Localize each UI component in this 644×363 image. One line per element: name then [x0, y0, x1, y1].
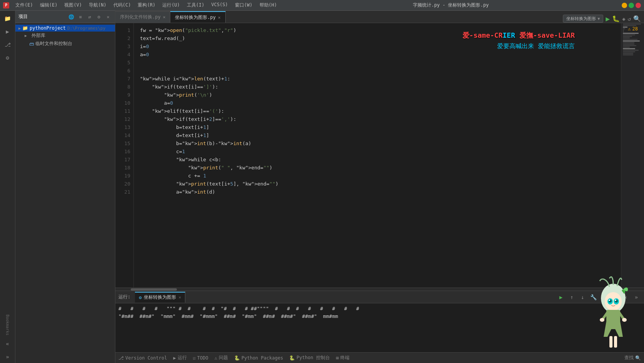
menu-code[interactable]: 代码(C) [110, 1, 134, 9]
app-icon: P [3, 2, 9, 8]
status-search[interactable]: 查找 🔍 [624, 355, 641, 361]
menu-help[interactable]: 帮助(H) [256, 1, 280, 9]
menu-refactor[interactable]: 重构(R) [135, 1, 158, 9]
sidebar-icon-git[interactable]: ⎇ [2, 38, 14, 51]
code-line: "kw">print(text[i+5], "kw">end="") [140, 180, 618, 188]
code-line: a="kw">int(d) [140, 188, 618, 196]
run-rerun-button[interactable]: 🔧 [589, 293, 598, 302]
menu-run[interactable]: 运行(U) [159, 1, 183, 9]
line-number: 14 [115, 131, 130, 139]
status-version-control[interactable]: ⎇ Version Control [118, 355, 167, 361]
run-status-icon: ▶ [173, 355, 176, 361]
line-number: 18 [115, 164, 130, 172]
run-config-dropdown[interactable]: 坐标转换为图形 ▼ [563, 15, 603, 23]
line-number: 2 [115, 34, 130, 42]
status-terminal[interactable]: ⊞ 终端 [336, 355, 349, 361]
todo-icon: ☑ [193, 355, 196, 361]
project-icon-close[interactable]: ✕ [104, 13, 112, 21]
sidebar-icon-expand-bottom[interactable]: « [2, 338, 14, 350]
code-line: a=0 [140, 99, 618, 107]
project-icon-menu[interactable]: ≡ [77, 13, 84, 21]
window-controls[interactable] [622, 3, 641, 8]
code-line: d=text[i+1] [140, 131, 618, 139]
profile-button[interactable]: ↺ [628, 16, 631, 22]
code-line: c=1 [140, 147, 618, 156]
run-button[interactable]: ▶ [606, 15, 610, 23]
run-tab-main[interactable]: ⚙ 坐标转换为图形 ✕ [135, 292, 185, 303]
tab-close-coordinates[interactable]: ✕ [218, 15, 221, 20]
line-number: 7 [115, 75, 130, 83]
run-tab-label: 坐标转换为图形 [144, 294, 176, 301]
status-problems[interactable]: ⚠ 问题 [215, 355, 228, 361]
maximize-button[interactable] [629, 3, 634, 8]
tree-item-label-libs: 外部库 [32, 32, 45, 39]
menu-tools[interactable]: 工具(I) [184, 1, 208, 9]
run-stop-down[interactable]: ↓ [578, 293, 587, 302]
minimize-button[interactable] [622, 3, 627, 8]
tab-close-serialize[interactable]: ✕ [163, 15, 166, 20]
run-arrows-left[interactable]: « [621, 293, 630, 302]
terminal-label: 终端 [340, 355, 349, 361]
code-content[interactable]: fw = "kw">open("pickle.txt","r") text=fw… [134, 23, 621, 288]
close-button[interactable] [636, 3, 641, 8]
debug-button[interactable]: 🐛 [612, 15, 620, 22]
menu-file[interactable]: 文件(E) [12, 1, 36, 9]
project-icon-settings[interactable]: ⚙ [95, 13, 103, 21]
line-number: 4 [115, 50, 130, 59]
run-config-arrow: ▼ [597, 17, 600, 21]
code-line: "kw">while i<"kw">len(text)+1: [140, 75, 618, 83]
run-scroll-down[interactable]: ↓ [599, 293, 609, 302]
sidebar-icon-run[interactable]: ▶ [2, 25, 14, 38]
run-tab-close[interactable]: ✕ [178, 295, 181, 300]
editor-main: 123456789101112131415161718192021 fw = "… [115, 23, 644, 288]
menu-window[interactable]: 窗口(W) [232, 1, 256, 9]
tree-item-project-root[interactable]: ▶ 📁 pythonProject D:\Programes\py [15, 25, 115, 32]
menu-view[interactable]: 视图(V) [61, 1, 85, 9]
run-panel: 运行: ⚙ 坐标转换为图形 ✕ ▶ ↑ ↓ 🔧 ↓ ■ « » [115, 291, 644, 352]
run-play-button[interactable]: ▶ [556, 293, 566, 302]
tab-label-coordinates: 坐标转换为图形.py [175, 14, 216, 21]
line-number: 20 [115, 180, 130, 188]
python-packages-icon: 🐍 [234, 355, 240, 361]
tree-item-temp-files[interactable]: 🗃 临时文件和控制台 [15, 40, 115, 48]
line-number: 15 [115, 139, 130, 147]
warning-count: 28 [632, 26, 638, 32]
minimap [621, 23, 644, 288]
run-status-label: 运行 [178, 355, 187, 361]
status-python-packages[interactable]: 🐍 Python Packages [234, 355, 283, 361]
project-header-label: 项目 [18, 13, 66, 20]
editor-tab-bar: 序列化文件转换.py ✕ 坐标转换为图形.py ✕ 坐标转换为图形 ▼ ▶ 🐛 … [115, 11, 644, 23]
search-toolbar-button[interactable]: 🔍 [633, 15, 641, 22]
run-stop-up[interactable]: ↑ [567, 293, 576, 302]
code-line: b="kw">int(b)-"kw">int(a) [140, 139, 618, 147]
tab-serialize[interactable]: 序列化文件转换.py ✕ [115, 11, 170, 23]
sidebar-icon-settings[interactable]: ⚙ [2, 52, 14, 64]
project-icon-globe[interactable]: 🌐 [67, 13, 75, 21]
line-number: 17 [115, 156, 130, 164]
status-bar: ⎇ Version Control ▶ 运行 ☑ TODO ⚠ 问题 🐍 Pyt… [115, 352, 644, 363]
left-sidebar: 📁 ▶ ⎇ ⚙ Bookmarks « » [0, 11, 15, 363]
sidebar-icon-bookmarks[interactable]: Bookmarks [2, 306, 14, 337]
status-python-console[interactable]: 🐍 Python 控制台 [289, 355, 330, 361]
run-arrows-right[interactable]: » [632, 293, 641, 302]
status-todo[interactable]: ☑ TODO [193, 355, 208, 361]
run-stop-button[interactable]: ■ [610, 293, 619, 302]
version-control-icon: ⎇ [118, 355, 124, 361]
run-controls: ▶ ↑ ↓ 🔧 ↓ ■ « » [556, 293, 641, 302]
sidebar-icon-project[interactable]: 📁 [2, 12, 14, 25]
tab-coordinates[interactable]: 坐标转换为图形.py ✕ [170, 11, 225, 23]
line-numbers: 123456789101112131415161718192021 [115, 23, 134, 288]
project-icon-swap[interactable]: ⇄ [86, 13, 93, 21]
coverage-button[interactable]: ◈ [622, 16, 625, 22]
menu-edit[interactable]: 编辑(E) [37, 1, 61, 9]
sidebar-icon-expand-top[interactable]: » [2, 351, 14, 363]
menu-navigate[interactable]: 导航(N) [86, 1, 110, 9]
search-label: 查找 [624, 355, 634, 361]
status-run[interactable]: ▶ 运行 [173, 355, 186, 361]
horizontal-scrollbar[interactable] [115, 288, 644, 291]
menu-vcs[interactable]: VCS(S) [208, 1, 231, 9]
run-output: # # # # """ # # # # "# # # ##"""" # # # … [115, 303, 644, 352]
run-label: 运行: [118, 294, 133, 300]
code-line: text=fw.read(_) [140, 34, 618, 42]
tree-item-external-libs[interactable]: ▶ 外部库 [15, 32, 115, 40]
